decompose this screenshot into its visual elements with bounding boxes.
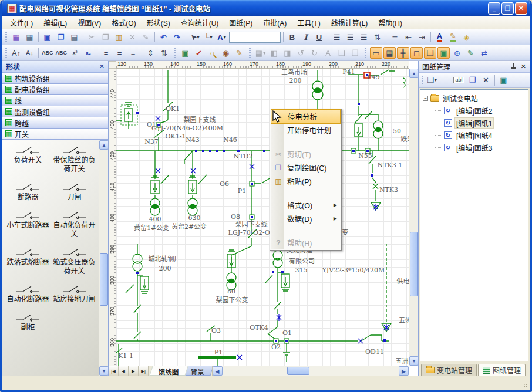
font-decrease-button[interactable]: A↓ <box>23 47 36 59</box>
scroll-up-icon[interactable]: ▲ <box>409 69 418 78</box>
context-menu-item[interactable]: 数据(D) <box>271 212 341 225</box>
last-sheet-button[interactable]: ▶| <box>139 366 149 376</box>
guides-toggle[interactable]: ╋ <box>397 47 409 59</box>
scroll-up-icon[interactable]: ▲ <box>99 140 108 150</box>
tree-expander-icon[interactable]: − <box>423 96 428 101</box>
resize-grip[interactable] <box>521 381 528 388</box>
shape-group-bar[interactable]: ▦ 线 <box>2 95 108 106</box>
format-painter-button[interactable]: ✎ <box>140 31 152 43</box>
export-sheet-button[interactable]: ▣ <box>497 75 510 86</box>
menu-item[interactable]: 文件(F) <box>5 16 38 29</box>
context-menu-item[interactable]: 格式(O) <box>271 198 341 212</box>
menu-item[interactable]: 编辑(E) <box>38 16 72 29</box>
grid-toggle[interactable]: ▦ <box>383 47 396 59</box>
align-shapes-button[interactable]: ▦ <box>254 47 267 59</box>
underline-button[interactable]: U <box>313 31 325 43</box>
redo-button[interactable]: ↷ <box>171 31 183 43</box>
rotate-text-button[interactable]: A <box>322 47 334 59</box>
align-right-button[interactable]: ☰ <box>358 31 370 43</box>
strikethrough-button[interactable]: ABC <box>41 47 54 59</box>
superscript-button[interactable]: x² <box>69 47 81 59</box>
minimize-button[interactable]: – <box>488 2 500 15</box>
flip-vertical-button[interactable]: ◨ <box>281 47 294 59</box>
shape-group-bar[interactable]: ▦ 开关 <box>2 129 108 140</box>
menu-item[interactable]: 格式(O) <box>106 16 141 29</box>
context-menu-item[interactable]: ❐ 复制绘图(C) <box>271 161 341 174</box>
menu-item[interactable]: 工具(T) <box>292 16 325 29</box>
bold-button[interactable]: B <box>286 31 298 43</box>
print-preview-button[interactable]: ❐ <box>55 31 67 43</box>
new-sheet-button[interactable]: ❏ <box>426 75 438 86</box>
rotate-left-button[interactable]: ↺ <box>295 47 307 59</box>
stencil-shape[interactable]: 跌落式熔断器 <box>5 248 51 276</box>
context-menu-item[interactable]: 开始停电计划 <box>271 123 341 137</box>
properties-button[interactable]: ✎ <box>464 47 477 59</box>
scroll-thumb[interactable] <box>287 367 309 375</box>
bring-forward-button[interactable]: ❏ <box>335 47 348 59</box>
font-color-button[interactable]: A <box>433 31 446 43</box>
edit-note-button[interactable]: ✎ <box>233 47 245 59</box>
menu-item[interactable]: 审批(A) <box>258 16 292 29</box>
stencil-shape[interactable]: 负荷开关 <box>5 146 51 174</box>
prev-sheet-button[interactable]: ◀ <box>119 366 129 376</box>
tree-item-sheet[interactable]: ↻ [编辑]图纸1 <box>435 117 527 129</box>
delete-sheet-button[interactable]: ✕ <box>480 75 492 86</box>
ruler-toggle[interactable]: ▭ <box>370 47 382 59</box>
menu-item[interactable]: 帮助(H) <box>373 16 408 29</box>
stencil-shape[interactable]: 带保险丝的负荷开关 <box>51 146 97 174</box>
line-spacing-double-button[interactable]: ≡ <box>127 47 139 59</box>
tree-item-sheet[interactable]: ↻ [编辑]图纸3 <box>435 141 527 154</box>
spacing-decrease-button[interactable]: ⇅ <box>158 47 170 59</box>
diagram-canvas[interactable]: 120130140150160170180190200210220 440430… <box>109 61 418 376</box>
line-spacing-single-button[interactable]: = <box>100 47 112 59</box>
scroll-right-icon[interactable]: ▶ <box>399 366 409 376</box>
zoom-pan-button[interactable]: ⊕ <box>451 47 463 59</box>
canvas-vertical-scrollbar[interactable]: ▲ ▼ <box>409 69 418 366</box>
save-button[interactable]: ▣ <box>41 31 53 43</box>
font-increase-button[interactable]: A↑ <box>10 47 22 59</box>
tree-root-station[interactable]: − 测试变电站 <box>422 92 527 104</box>
shape-group-bar[interactable]: ▦ 配电设备组 <box>2 84 108 95</box>
rotate-right-button[interactable]: ↻ <box>308 47 321 59</box>
new-drawing-button[interactable]: ▦ <box>10 31 22 43</box>
selection-net-toggle[interactable]: ◻ <box>410 47 423 59</box>
small-caps-button[interactable]: ABC <box>55 47 68 59</box>
scroll-thumb[interactable] <box>100 253 108 306</box>
send-backward-button[interactable]: ❐ <box>349 47 361 59</box>
one-line-diagram[interactable]: 三鸟市场200P41P4950跌马赛公司OK1O1OK1-1N37N43N46梨… <box>116 69 409 366</box>
copy-button[interactable]: ❐ <box>99 31 112 43</box>
pan-window-toggle[interactable]: ▣ <box>437 47 450 59</box>
next-sheet-button[interactable]: ▶ <box>129 366 139 376</box>
highlight-button[interactable]: ✎ <box>447 31 459 43</box>
pin-icon[interactable] <box>510 63 516 70</box>
shape-group-bar[interactable]: ▦ 跨越 <box>2 117 108 129</box>
close-button[interactable]: ✕ <box>515 2 527 15</box>
restore-button[interactable]: ❐ <box>501 2 514 15</box>
bullets-button[interactable]: ☰ <box>389 31 401 43</box>
rename-sheet-button[interactable]: abl <box>453 75 465 86</box>
drawing-panel-close-icon[interactable]: ✕ <box>521 63 526 70</box>
menu-item[interactable]: 形状(S) <box>142 16 176 29</box>
italic-button[interactable]: I <box>299 31 312 43</box>
panel-tab[interactable]: 图纸管理 <box>478 364 526 376</box>
connector-tool-button[interactable]: └ <box>202 31 214 43</box>
stencil-shape[interactable]: 刀闸 <box>51 183 97 202</box>
report-table-button[interactable]: ▦ <box>23 31 36 43</box>
context-menu-item[interactable]: ? 帮助(H) <box>271 236 341 249</box>
print-button[interactable]: ▤ <box>68 31 80 43</box>
first-sheet-button[interactable]: |◀ <box>109 366 119 376</box>
stencil-shape[interactable]: 自动化断路器 <box>5 285 51 304</box>
menu-item[interactable]: 视图(V) <box>72 16 106 29</box>
text-tool-button[interactable]: A <box>216 31 228 43</box>
search-drawing-button[interactable]: ○ <box>206 47 218 59</box>
style-combo[interactable] <box>229 32 281 43</box>
connector-arrows-button[interactable]: ⇄ <box>478 47 490 59</box>
scroll-thumb[interactable] <box>410 232 418 296</box>
scroll-left-icon[interactable]: ◀ <box>213 366 223 376</box>
sheet-tab[interactable]: 馈线图 <box>149 366 188 376</box>
copy-sheet-button[interactable]: ❐ <box>466 75 479 86</box>
paste-button[interactable]: ▥ <box>113 31 125 43</box>
stencil-shape[interactable]: 自动化负荷开关 <box>51 211 97 239</box>
menu-item[interactable]: 查询统计(U) <box>176 16 224 29</box>
tree-item-sheet[interactable]: ↻ [编辑]图纸2 <box>435 104 527 117</box>
